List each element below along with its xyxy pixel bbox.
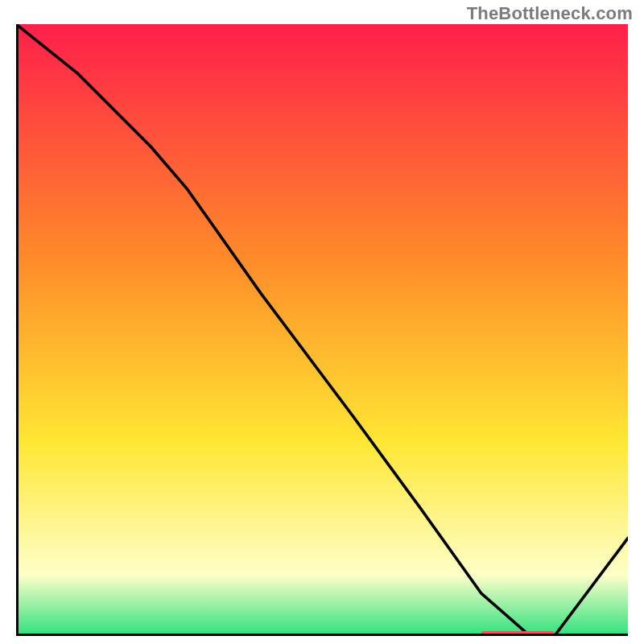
chart-container: TheBottleneck.com: [0, 0, 644, 644]
axes-border: [16, 24, 628, 636]
plot-frame: [16, 24, 628, 636]
watermark-text: TheBottleneck.com: [467, 3, 633, 24]
